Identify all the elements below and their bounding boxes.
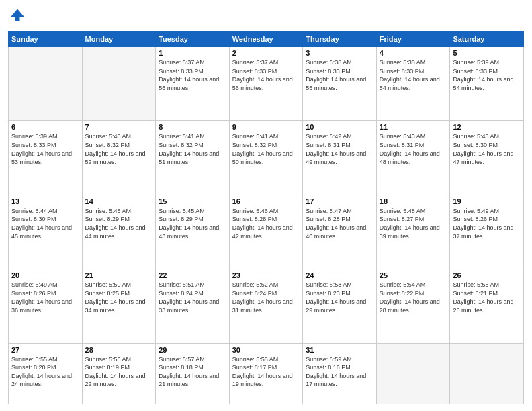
day-detail: Sunrise: 5:42 AMSunset: 8:31 PMDaylight:… [306, 132, 373, 166]
calendar-cell: 1Sunrise: 5:37 AMSunset: 8:33 PMDaylight… [156, 47, 230, 121]
calendar-cell: 7Sunrise: 5:40 AMSunset: 8:32 PMDaylight… [82, 121, 156, 195]
day-number: 22 [159, 271, 226, 279]
day-detail: Sunrise: 5:45 AMSunset: 8:29 PMDaylight:… [159, 207, 226, 240]
calendar-cell: 23Sunrise: 5:52 AMSunset: 8:24 PMDayligh… [229, 269, 303, 343]
calendar-cell: 16Sunrise: 5:46 AMSunset: 8:28 PMDayligh… [229, 195, 303, 269]
calendar-cell: 20Sunrise: 5:49 AMSunset: 8:26 PMDayligh… [9, 269, 83, 343]
day-number: 21 [85, 271, 153, 279]
day-number: 6 [11, 123, 79, 131]
day-number: 28 [85, 346, 153, 354]
calendar-cell: 31Sunrise: 5:59 AMSunset: 8:16 PMDayligh… [303, 343, 377, 404]
calendar-cell: 17Sunrise: 5:47 AMSunset: 8:28 PMDayligh… [303, 195, 377, 269]
day-detail: Sunrise: 5:48 AMSunset: 8:27 PMDaylight:… [380, 207, 447, 240]
day-detail: Sunrise: 5:55 AMSunset: 8:21 PMDaylight:… [453, 281, 521, 314]
day-number: 16 [232, 197, 300, 205]
calendar-cell: 19Sunrise: 5:49 AMSunset: 8:26 PMDayligh… [450, 195, 524, 269]
day-detail: Sunrise: 5:43 AMSunset: 8:31 PMDaylight:… [380, 132, 447, 166]
day-detail: Sunrise: 5:40 AMSunset: 8:32 PMDaylight:… [85, 132, 153, 166]
calendar-cell: 6Sunrise: 5:39 AMSunset: 8:33 PMDaylight… [9, 121, 83, 195]
col-friday: Friday [376, 32, 450, 47]
day-detail: Sunrise: 5:39 AMSunset: 8:33 PMDaylight:… [453, 58, 521, 92]
day-number: 18 [380, 197, 447, 205]
day-detail: Sunrise: 5:38 AMSunset: 8:33 PMDaylight:… [306, 58, 373, 92]
calendar-cell: 12Sunrise: 5:43 AMSunset: 8:30 PMDayligh… [450, 121, 524, 195]
calendar-cell: 30Sunrise: 5:58 AMSunset: 8:17 PMDayligh… [229, 343, 303, 404]
calendar-cell: 10Sunrise: 5:42 AMSunset: 8:31 PMDayligh… [303, 121, 377, 195]
calendar-cell: 28Sunrise: 5:56 AMSunset: 8:19 PMDayligh… [82, 343, 156, 404]
calendar-cell: 29Sunrise: 5:57 AMSunset: 8:18 PMDayligh… [156, 343, 230, 404]
day-detail: Sunrise: 5:37 AMSunset: 8:33 PMDaylight:… [159, 58, 226, 92]
header [8, 7, 524, 26]
calendar-cell: 25Sunrise: 5:54 AMSunset: 8:22 PMDayligh… [376, 269, 450, 343]
calendar-cell: 24Sunrise: 5:53 AMSunset: 8:23 PMDayligh… [303, 269, 377, 343]
day-number: 12 [453, 123, 521, 131]
day-detail: Sunrise: 5:41 AMSunset: 8:32 PMDaylight:… [159, 132, 226, 166]
col-wednesday: Wednesday [229, 32, 303, 47]
day-number: 2 [232, 49, 300, 57]
day-number: 17 [306, 197, 373, 205]
col-monday: Monday [82, 32, 156, 47]
day-detail: Sunrise: 5:41 AMSunset: 8:32 PMDaylight:… [232, 132, 300, 166]
calendar-cell: 18Sunrise: 5:48 AMSunset: 8:27 PMDayligh… [376, 195, 450, 269]
calendar-cell: 8Sunrise: 5:41 AMSunset: 8:32 PMDaylight… [156, 121, 230, 195]
day-detail: Sunrise: 5:46 AMSunset: 8:28 PMDaylight:… [232, 207, 300, 240]
day-detail: Sunrise: 5:38 AMSunset: 8:33 PMDaylight:… [380, 58, 447, 92]
day-detail: Sunrise: 5:51 AMSunset: 8:24 PMDaylight:… [159, 281, 226, 314]
calendar-header-row: Sunday Monday Tuesday Wednesday Thursday… [9, 32, 524, 47]
calendar-cell [450, 343, 524, 404]
col-thursday: Thursday [303, 32, 377, 47]
day-detail: Sunrise: 5:59 AMSunset: 8:16 PMDaylight:… [306, 355, 373, 389]
day-detail: Sunrise: 5:45 AMSunset: 8:29 PMDaylight:… [85, 207, 153, 240]
calendar-cell: 14Sunrise: 5:45 AMSunset: 8:29 PMDayligh… [82, 195, 156, 269]
day-detail: Sunrise: 5:57 AMSunset: 8:18 PMDaylight:… [159, 355, 226, 389]
day-number: 24 [306, 271, 373, 279]
day-detail: Sunrise: 5:47 AMSunset: 8:28 PMDaylight:… [306, 207, 373, 240]
calendar-cell: 22Sunrise: 5:51 AMSunset: 8:24 PMDayligh… [156, 269, 230, 343]
logo-icon [8, 7, 27, 26]
day-number: 30 [232, 346, 300, 354]
day-detail: Sunrise: 5:54 AMSunset: 8:22 PMDaylight:… [380, 281, 447, 314]
day-number: 23 [232, 271, 300, 279]
day-detail: Sunrise: 5:55 AMSunset: 8:20 PMDaylight:… [11, 355, 79, 389]
day-number: 10 [306, 123, 373, 131]
day-detail: Sunrise: 5:49 AMSunset: 8:26 PMDaylight:… [453, 207, 521, 240]
calendar-cell: 13Sunrise: 5:44 AMSunset: 8:30 PMDayligh… [9, 195, 83, 269]
day-detail: Sunrise: 5:58 AMSunset: 8:17 PMDaylight:… [232, 355, 300, 389]
calendar-table: Sunday Monday Tuesday Wednesday Thursday… [8, 31, 524, 404]
day-number: 20 [11, 271, 79, 279]
day-number: 26 [453, 271, 521, 279]
day-number: 15 [159, 197, 226, 205]
calendar-cell: 26Sunrise: 5:55 AMSunset: 8:21 PMDayligh… [450, 269, 524, 343]
day-number: 9 [232, 123, 300, 131]
calendar-cell [376, 343, 450, 404]
svg-rect-1 [15, 17, 20, 21]
logo [8, 7, 30, 26]
day-number: 19 [453, 197, 521, 205]
col-sunday: Sunday [9, 32, 83, 47]
page: Sunday Monday Tuesday Wednesday Thursday… [0, 0, 532, 411]
calendar-cell: 15Sunrise: 5:45 AMSunset: 8:29 PMDayligh… [156, 195, 230, 269]
day-detail: Sunrise: 5:37 AMSunset: 8:33 PMDaylight:… [232, 58, 300, 92]
day-number: 31 [306, 346, 373, 354]
calendar-cell: 5Sunrise: 5:39 AMSunset: 8:33 PMDaylight… [450, 47, 524, 121]
day-number: 27 [11, 346, 79, 354]
day-number: 3 [306, 49, 373, 57]
calendar-cell: 2Sunrise: 5:37 AMSunset: 8:33 PMDaylight… [229, 47, 303, 121]
calendar-cell: 21Sunrise: 5:50 AMSunset: 8:25 PMDayligh… [82, 269, 156, 343]
day-number: 5 [453, 49, 521, 57]
calendar-cell [9, 47, 83, 121]
day-detail: Sunrise: 5:49 AMSunset: 8:26 PMDaylight:… [11, 281, 79, 314]
day-number: 1 [159, 49, 226, 57]
calendar-cell: 4Sunrise: 5:38 AMSunset: 8:33 PMDaylight… [376, 47, 450, 121]
day-number: 8 [159, 123, 226, 131]
day-number: 29 [159, 346, 226, 354]
day-detail: Sunrise: 5:50 AMSunset: 8:25 PMDaylight:… [85, 281, 153, 314]
calendar-cell: 3Sunrise: 5:38 AMSunset: 8:33 PMDaylight… [303, 47, 377, 121]
day-detail: Sunrise: 5:43 AMSunset: 8:30 PMDaylight:… [453, 132, 521, 166]
day-detail: Sunrise: 5:39 AMSunset: 8:33 PMDaylight:… [11, 132, 79, 166]
calendar-cell: 11Sunrise: 5:43 AMSunset: 8:31 PMDayligh… [376, 121, 450, 195]
svg-marker-0 [11, 9, 25, 17]
day-detail: Sunrise: 5:52 AMSunset: 8:24 PMDaylight:… [232, 281, 300, 314]
day-number: 13 [11, 197, 79, 205]
col-saturday: Saturday [450, 32, 524, 47]
